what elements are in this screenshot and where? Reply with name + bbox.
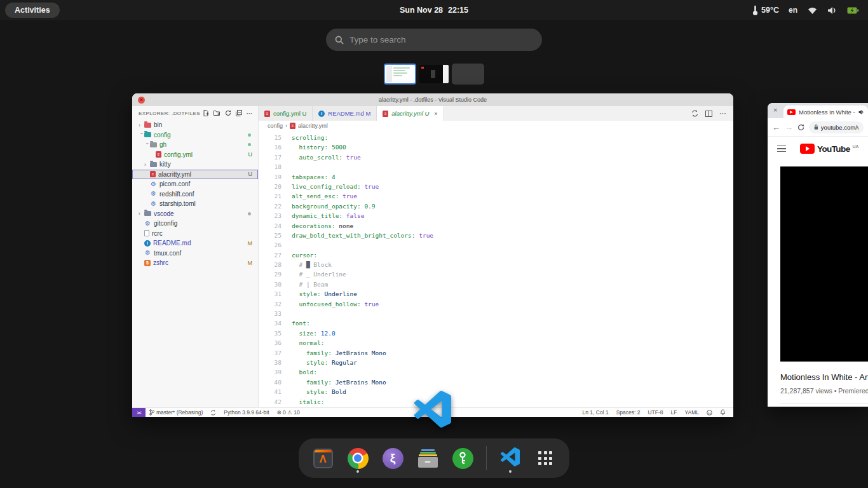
- code-text: style: Regular: [281, 359, 357, 369]
- dock-item-emacs[interactable]: ξ: [381, 443, 404, 473]
- tree-item-label: alacritty.yml: [158, 171, 191, 178]
- status-text[interactable]: UTF-8: [648, 409, 663, 416]
- workspace-thumbnail-empty[interactable]: [452, 64, 484, 85]
- dock-item-vscode[interactable]: [499, 443, 522, 473]
- divider: [780, 403, 868, 403]
- collapse-all-icon[interactable]: [236, 110, 242, 116]
- status-text[interactable]: Ln 1, Col 1: [583, 409, 609, 416]
- code-line: 20live_config_reload: true: [259, 183, 733, 193]
- status-text[interactable]: Python 3.9.9 64-bit: [224, 409, 269, 416]
- tree-item-bin[interactable]: ›bin: [132, 120, 258, 130]
- split-editor-icon[interactable]: [705, 111, 712, 117]
- remote-indicator[interactable]: ><: [132, 408, 146, 417]
- system-tray[interactable]: 59°C en: [752, 5, 868, 16]
- keyboard-layout[interactable]: en: [789, 6, 797, 15]
- open-changes-icon[interactable]: [691, 110, 698, 117]
- youtube-country-badge: UA: [853, 144, 859, 149]
- video-meta: 21,287,857 views • Premiered Dec: [780, 387, 868, 395]
- line-number: 34: [259, 320, 281, 329]
- git-status-badge: U: [248, 151, 259, 158]
- more-actions-icon[interactable]: ⋯: [247, 110, 253, 117]
- line-number: 21: [259, 193, 281, 202]
- editor-code-area[interactable]: 15scrolling:16 history: 500017 auto_scro…: [259, 131, 733, 407]
- search-input[interactable]: Type to search: [326, 29, 542, 51]
- code-line: 30 # | Beam: [259, 281, 733, 290]
- tree-item-picom-conf[interactable]: ⚙picom.conf: [132, 179, 258, 189]
- workspace-thumbnail-video[interactable]: [419, 65, 449, 83]
- yaml-file-icon: ≡: [383, 111, 388, 117]
- dock-item-alacritty[interactable]: Λ: [311, 443, 334, 473]
- info-icon: i: [318, 111, 325, 117]
- tree-item-config-yml[interactable]: ≡config.ymlU: [132, 150, 258, 160]
- status-text[interactable]: Spaces: 2: [616, 409, 641, 416]
- code-text: live_config_reload: true: [281, 183, 379, 193]
- chrome-window[interactable]: × ▶ Motionless In White - A ← → youtube.…: [768, 103, 868, 407]
- tree-item-vscode[interactable]: ›vscode: [132, 209, 258, 219]
- vscode-window[interactable]: × alacritty.yml - .dotfiles - Visual Stu…: [132, 93, 733, 417]
- emacs-icon: ξ: [383, 448, 403, 469]
- video-player[interactable]: [780, 166, 868, 362]
- editor-tab-config-yml[interactable]: ≡config.yml U: [259, 106, 313, 121]
- tab-audio-icon[interactable]: [858, 109, 864, 115]
- chevron-icon[interactable]: ›: [139, 122, 144, 128]
- tree-item-gitconfig[interactable]: ⚙gitconfig: [132, 219, 258, 229]
- tree-item-zshrc[interactable]: $zshrcM: [132, 258, 258, 268]
- code-text: # █ Block: [281, 261, 332, 271]
- window-close-button[interactable]: ×: [138, 97, 145, 104]
- status-bar-right: Ln 1, Col 1Spaces: 2UTF-8LFYAML: [579, 409, 733, 416]
- tab-close-icon[interactable]: ×: [434, 111, 437, 117]
- dock-item-appgrid[interactable]: [534, 443, 557, 473]
- chevron-icon[interactable]: ›: [144, 142, 151, 148]
- clock[interactable]: Sun Nov 28 22:15: [400, 6, 468, 15]
- breadcrumb[interactable]: config › ≡ alacritty.yml: [259, 121, 733, 131]
- chevron-icon[interactable]: ›: [139, 210, 144, 217]
- tree-item-config[interactable]: ›config: [132, 130, 258, 140]
- breadcrumb-folder[interactable]: config: [268, 123, 283, 129]
- back-icon[interactable]: ←: [772, 123, 780, 132]
- chevron-icon[interactable]: ›: [139, 133, 145, 139]
- gear-icon: ⚙: [150, 181, 157, 187]
- tree-item-alacritty-yml[interactable]: ≡alacritty.ymlU: [132, 170, 258, 180]
- running-indicator-dot: [509, 470, 512, 473]
- code-line: 18: [259, 163, 733, 173]
- menu-icon[interactable]: [777, 146, 786, 152]
- line-number: 24: [259, 222, 281, 232]
- status-text[interactable]: LF: [671, 409, 677, 416]
- reload-icon[interactable]: [797, 124, 804, 131]
- refresh-icon[interactable]: [225, 110, 231, 116]
- git-branch-status[interactable]: master* (Rebasing): [149, 409, 203, 416]
- dock-separator: [486, 446, 487, 470]
- forward-icon[interactable]: →: [785, 123, 793, 132]
- chevron-icon[interactable]: ›: [144, 161, 150, 168]
- editor-tab-readme-md[interactable]: iREADME.md M: [313, 106, 377, 121]
- editor-more-actions-icon[interactable]: ⋯: [719, 109, 726, 118]
- problems-status[interactable]: ⊗ 0 ⚠ 10: [277, 409, 300, 416]
- new-file-icon[interactable]: [203, 110, 209, 116]
- dock-item-files[interactable]: [416, 443, 439, 473]
- address-bar[interactable]: youtube.com/wa: [809, 121, 864, 133]
- bell-icon[interactable]: [720, 409, 726, 416]
- tab-close-icon[interactable]: ×: [773, 106, 777, 114]
- tree-item-redshift-conf[interactable]: ⚙redshift.conf: [132, 189, 258, 200]
- tree-item-tmux-conf[interactable]: ⚙tmux.conf: [132, 248, 258, 259]
- dock-item-keepass[interactable]: [451, 443, 474, 473]
- breadcrumb-file[interactable]: alacritty.yml: [298, 123, 328, 129]
- activities-button[interactable]: Activities: [5, 3, 60, 18]
- tree-item-kitty[interactable]: ›kitty: [132, 159, 258, 170]
- chrome-active-tab[interactable]: ▶ Motionless In White - A: [783, 105, 868, 118]
- vscode-titlebar[interactable]: × alacritty.yml - .dotfiles - Visual Stu…: [132, 93, 733, 106]
- tree-item-gh[interactable]: ›gh: [132, 140, 258, 150]
- workspace-thumbnail-active[interactable]: [384, 64, 416, 85]
- dock-item-chrome[interactable]: [346, 443, 369, 473]
- youtube-logo[interactable]: YouTube UA: [800, 144, 858, 154]
- tree-item-starship-toml[interactable]: ⚙starship.toml: [132, 199, 258, 209]
- tree-item-rcrc[interactable]: rcrc: [132, 229, 258, 239]
- sync-icon[interactable]: [210, 410, 216, 416]
- editor-tab-alacritty-yml[interactable]: ≡alacritty.yml U×: [377, 106, 444, 121]
- tree-item-label: redshift.conf: [159, 191, 194, 198]
- tree-item-readme-md[interactable]: iREADME.mdM: [132, 238, 258, 248]
- code-text: family: JetBrains Mono: [281, 379, 386, 388]
- feedback-icon[interactable]: [707, 410, 712, 416]
- new-folder-icon[interactable]: [214, 110, 220, 116]
- status-text[interactable]: YAML: [684, 409, 699, 416]
